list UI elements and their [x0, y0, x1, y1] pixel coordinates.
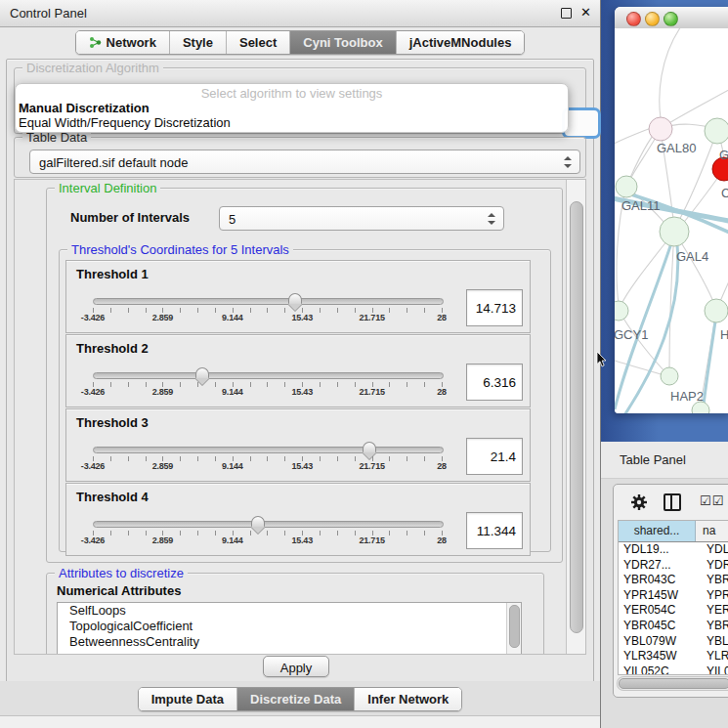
table-row[interactable]: YDR27...YDR2 [619, 558, 728, 574]
list-item[interactable]: BetweennessCentrality [58, 634, 521, 650]
dropdown-option-manual-discretization[interactable]: Manual Discretization [16, 101, 568, 115]
number-of-intervals-select[interactable]: 5 [219, 206, 504, 231]
threshold-2-value-field[interactable]: 6.316 [466, 364, 523, 401]
table-row[interactable]: YDL19...YDL1 [619, 542, 728, 558]
node-label-gal80: GAL80 [657, 141, 696, 155]
node-label-hap2: HAP2 [670, 389, 704, 404]
list-scrollbar[interactable] [506, 603, 521, 654]
list-item[interactable]: TopologicalCoefficient [58, 619, 521, 634]
spinner-arrows-icon [488, 213, 494, 225]
attributes-group: Attributes to discretize Numerical Attri… [46, 573, 544, 655]
close-icon[interactable]: ✕ [580, 5, 591, 20]
tab-label: Impute Data [151, 692, 224, 707]
threshold-label: Threshold 2 [76, 341, 149, 356]
table-row[interactable]: YER054CYER0 [619, 603, 728, 619]
table-horizontal-scrollbar[interactable] [617, 676, 728, 691]
table-row[interactable]: YIL052CYIL0 [619, 664, 728, 675]
table-row[interactable]: YBR045CYBR0 [619, 619, 728, 634]
group-title: Attributes to discretize [55, 566, 188, 580]
tick-label: -3.426 [81, 387, 105, 397]
tick-label: 15.43 [291, 387, 313, 397]
tick-label: -3.426 [81, 535, 105, 545]
network-node-top-right[interactable] [705, 118, 728, 144]
slider-thumb[interactable] [195, 367, 209, 378]
zoom-traffic-light[interactable] [664, 12, 678, 26]
network-node-gcy1[interactable] [615, 301, 628, 321]
threshold-3-panel: Threshold 3 -3.426 2.859 9.144 15.43 21.… [65, 408, 531, 482]
group-title: Interval Definition [55, 181, 160, 195]
network-canvas[interactable]: GAL80 GA C GAL11 GAL4 GCY1 H HAP2 [615, 28, 728, 413]
checkbox-options-icons[interactable]: ☑☑ [700, 493, 724, 508]
network-node-hap2[interactable] [661, 367, 678, 385]
tab-label: Style [183, 35, 213, 50]
threshold-4-slider[interactable] [93, 521, 444, 528]
gear-icon[interactable] [630, 493, 648, 511]
slider-tick-labels: -3.426 2.859 9.144 15.43 21.715 28 [93, 387, 442, 399]
network-node-h[interactable] [705, 299, 728, 322]
tick-label: -3.426 [81, 461, 105, 471]
node-label-partial-c: C [721, 186, 728, 200]
tick-label: 9.144 [222, 313, 243, 322]
tick-label: 28 [437, 461, 447, 471]
threshold-1-slider[interactable] [93, 298, 444, 305]
numerical-attributes-list[interactable]: SelfLoops TopologicalCoefficient Between… [57, 602, 522, 655]
tab-cyni-toolbox[interactable]: Cyni Toolbox [289, 31, 395, 54]
dropdown-option-equal-width-frequency[interactable]: Equal Width/Frequency Discretization [16, 115, 568, 130]
apply-button[interactable]: Apply [263, 656, 329, 677]
tab-impute-data[interactable]: Impute Data [139, 688, 236, 710]
threshold-label: Threshold 3 [76, 415, 149, 430]
threshold-3-value-field[interactable]: 21.4 [466, 438, 523, 475]
column-header-name[interactable]: na [696, 521, 728, 541]
table-row[interactable]: YLR345WYLR3 [619, 649, 728, 664]
cell: YLR345W [619, 649, 700, 664]
table-panel-body: ☑☑ shared... na YDL19...YDL1 YDR27...YDR… [601, 479, 728, 728]
tab-select[interactable]: Select [226, 31, 289, 54]
network-node-gal11[interactable] [616, 176, 637, 197]
threshold-value: 14.713 [476, 301, 516, 316]
table-row[interactable]: YBL079WYBL0 [619, 634, 728, 650]
cell: YDR2 [700, 558, 728, 574]
tick-label: 2.859 [152, 313, 174, 322]
slider-tick-labels: -3.426 2.859 9.144 15.43 21.715 28 [93, 535, 442, 547]
slider-thumb[interactable] [363, 442, 376, 452]
slider-thumb[interactable] [288, 293, 302, 304]
network-node-gal4[interactable] [660, 217, 689, 246]
slider-thumb[interactable] [251, 516, 265, 527]
network-window-titlebar [615, 7, 728, 29]
float-window-icon[interactable] [561, 8, 572, 19]
table-panel-box: ☑☑ shared... na YDL19...YDL1 YDR27...YDR… [613, 484, 728, 698]
cell: YIL0 [700, 664, 728, 675]
tab-style[interactable]: Style [169, 31, 226, 54]
table-data-select[interactable]: galFiltered.sif default node [29, 150, 580, 174]
tab-jactivemnodules[interactable]: jActiveMNodules [396, 31, 525, 54]
table-row[interactable]: YBR043CYBR0 [619, 573, 728, 588]
threshold-1-value-field[interactable]: 14.713 [466, 289, 523, 326]
tab-discretize-data[interactable]: Discretize Data [236, 688, 354, 710]
node-label-partial-h: H [720, 327, 728, 342]
cell: YBR0 [700, 573, 728, 588]
settings-vertical-scrollbar[interactable] [566, 180, 585, 654]
threshold-4-panel: Threshold 4 -3.426 2.859 9.144 15.43 21.… [65, 483, 531, 556]
minimize-traffic-light[interactable] [645, 12, 660, 26]
threshold-label: Threshold 4 [76, 490, 149, 504]
column-layout-icon[interactable] [664, 493, 681, 511]
network-node-gal80[interactable] [649, 117, 672, 141]
tick-label: 21.715 [359, 461, 384, 471]
node-label-partial-ga: GA [719, 148, 728, 162]
number-of-intervals-label: Number of Intervals [70, 210, 190, 225]
tab-network[interactable]: Network [76, 31, 169, 54]
threshold-value: 21.4 [491, 450, 516, 464]
list-item[interactable]: SelfLoops [58, 603, 521, 619]
number-of-intervals-value: 5 [229, 211, 236, 226]
threshold-4-value-field[interactable]: 11.344 [466, 512, 523, 549]
close-traffic-light[interactable] [626, 12, 641, 26]
threshold-3-slider[interactable] [93, 447, 444, 453]
cell: YBL0 [700, 634, 728, 650]
threshold-coordinates-group: Threshold's Coordinates for 5 Intervals … [59, 249, 551, 552]
table-data-group: Table Data galFiltered.sif default node [14, 137, 586, 178]
column-header-shared-name[interactable]: shared... [619, 521, 696, 541]
table-row[interactable]: YPR145WYPR1 [619, 588, 728, 604]
bottom-tab-bar: Impute Data Discretize Data Infer Networ… [0, 687, 600, 711]
tab-infer-network[interactable]: Infer Network [354, 688, 461, 710]
threshold-2-slider[interactable] [93, 372, 444, 379]
